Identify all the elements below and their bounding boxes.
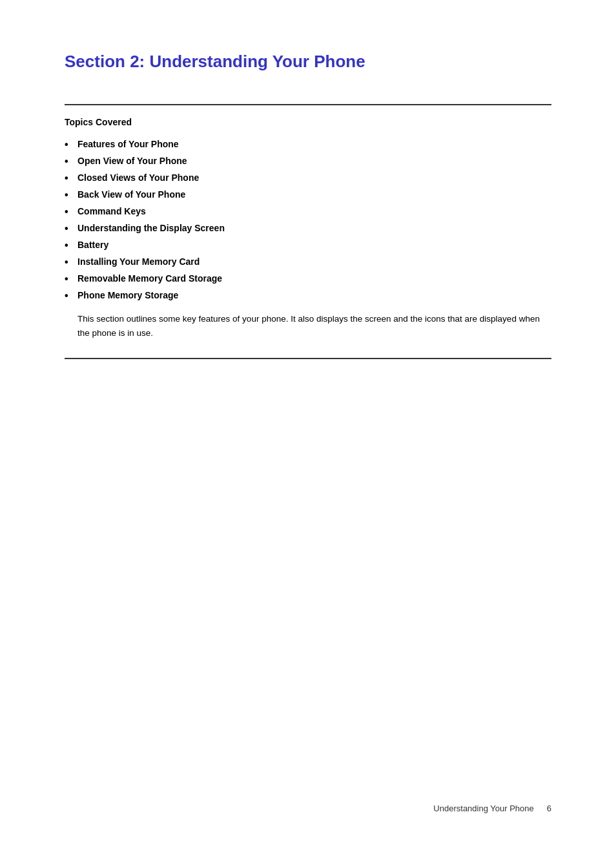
topics-label: Topics Covered bbox=[65, 117, 551, 127]
description-text: This section outlines some key features … bbox=[65, 312, 551, 340]
list-item: Removable Memory Card Storage bbox=[65, 273, 551, 284]
topics-list: Features of Your PhoneOpen View of Your … bbox=[65, 139, 551, 300]
list-item: Phone Memory Storage bbox=[65, 290, 551, 300]
footer-page-number: 6 bbox=[547, 804, 551, 813]
list-item: Command Keys bbox=[65, 206, 551, 216]
list-item: Installing Your Memory Card bbox=[65, 256, 551, 267]
list-item: Battery bbox=[65, 240, 551, 250]
list-item: Understanding the Display Screen bbox=[65, 223, 551, 233]
footer-label: Understanding Your Phone bbox=[433, 804, 533, 813]
section-title: Section 2: Understanding Your Phone bbox=[65, 52, 551, 72]
page: Section 2: Understanding Your Phone Topi… bbox=[0, 0, 616, 852]
list-item: Features of Your Phone bbox=[65, 139, 551, 149]
footer: Understanding Your Phone 6 bbox=[433, 804, 551, 813]
list-item: Back View of Your Phone bbox=[65, 189, 551, 200]
list-item: Closed Views of Your Phone bbox=[65, 172, 551, 183]
list-item: Open View of Your Phone bbox=[65, 156, 551, 166]
topics-box: Topics Covered Features of Your PhoneOpe… bbox=[65, 104, 551, 359]
